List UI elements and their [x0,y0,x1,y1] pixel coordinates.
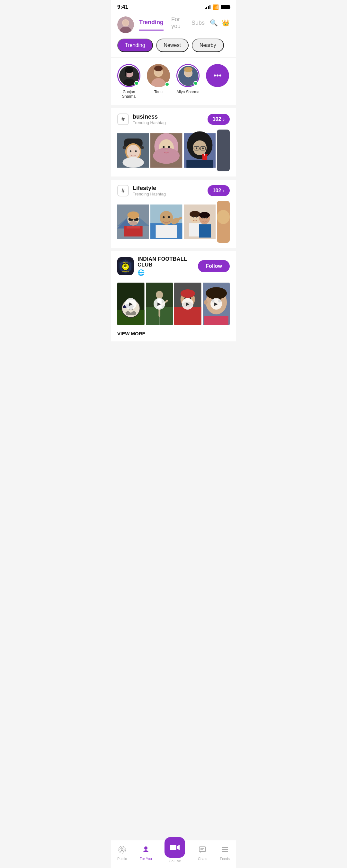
filter-trending[interactable]: Trending [117,38,153,52]
video-play-icon-4[interactable]: ▶ [211,298,222,310]
business-arrow-icon: › [223,117,225,122]
svg-point-76 [196,216,197,218]
svg-point-78 [205,217,207,219]
lifestyle-person-1-svg [117,201,149,243]
business-person-1-svg [117,129,149,172]
svg-point-97 [156,291,163,299]
story-more-btn[interactable]: ••• [206,64,229,87]
club-section: WINDY RAMPAGE city INDIAN FOOTBALL CLUB … [111,251,236,341]
follow-button[interactable]: Follow [198,260,230,272]
svg-point-47 [202,147,204,149]
club-info: WINDY RAMPAGE city INDIAN FOOTBALL CLUB … [117,256,198,276]
story-item[interactable]: Gunjan Sharma [117,64,140,99]
lifestyle-subtitle: Trending Hashtag [133,192,166,196]
crown-icon[interactable]: 👑 [222,19,230,27]
svg-rect-70 [189,223,200,236]
video-thumb-2[interactable]: ▶ [146,281,173,326]
svg-point-71 [190,211,200,217]
lifestyle-image-grid [117,201,230,243]
lifestyle-count: 102 [213,188,221,193]
video-thumb-1[interactable]: ▶ [117,281,145,326]
business-person-2-svg [150,129,182,172]
svg-point-19 [184,67,192,72]
club-logo-svg: WINDY RAMPAGE city [117,257,134,275]
wifi-icon: 📶 [212,4,219,10]
svg-point-27 [130,151,131,152]
business-image-grid [117,129,230,172]
lifestyle-img-3[interactable] [184,201,216,243]
story-avatar-3[interactable] [177,64,199,87]
story-item-3[interactable]: Aliya Sharma [177,64,199,94]
svg-point-75 [192,216,194,218]
stories-section: Gunjan Sharma Tanu [111,58,236,105]
video-thumb-3[interactable]: ▶ [174,281,201,326]
hashtag-section-business: # business Trending Hashtag 102 › [111,108,236,177]
filter-section: Trending Newest Nearby [111,33,236,58]
story-avatar-1[interactable] [117,64,140,87]
story-name-2: Tanu [154,90,163,94]
filter-nearby[interactable]: Nearby [192,38,224,52]
svg-rect-57 [127,226,140,228]
business-img-4[interactable] [217,129,230,172]
business-img-2[interactable] [150,129,182,172]
club-header: WINDY RAMPAGE city INDIAN FOOTBALL CLUB … [117,256,230,276]
lifestyle-arrow-icon: › [223,188,225,193]
search-icon[interactable]: 🔍 [210,19,218,27]
business-section-header: # business Trending Hashtag 102 › [117,114,230,125]
svg-point-115 [204,300,207,305]
club-logo: WINDY RAMPAGE city [117,257,134,275]
status-icons: 📶 [205,4,230,10]
business-img-3[interactable] [184,129,216,172]
story-avatar-2[interactable] [147,64,170,87]
business-subtitle: Trending Hashtag [133,120,166,125]
business-count: 102 [213,116,221,122]
story-online-dot-3 [193,81,198,86]
filter-newest[interactable]: Newest [156,38,189,52]
battery-icon [221,5,230,9]
hashtag-section-lifestyle: # Lifestyle Trending Hashtag 102 › [111,180,236,248]
play-icon-1: ▶ [129,301,133,306]
story-online-dot-1 [134,81,139,86]
lifestyle-section-header: # Lifestyle Trending Hashtag 102 › [117,185,230,196]
story-more[interactable]: ••• [206,64,229,87]
business-img-1[interactable] [117,129,149,172]
bottom-spacer [111,345,236,370]
svg-rect-45 [186,160,213,168]
svg-point-80 [217,210,230,224]
video-play-icon-1[interactable]: ▶ [125,298,136,310]
video-thumb-4[interactable]: ▶ [203,281,230,326]
hashtag-icon-lifestyle: # [117,185,129,196]
video-play-icon-3[interactable]: ▶ [182,298,193,310]
lifestyle-img-1[interactable] [117,201,149,243]
svg-point-77 [202,217,203,219]
lifestyle-text-group: Lifestyle Trending Hashtag [133,185,166,196]
lifestyle-img-2[interactable] [150,201,182,243]
lifestyle-count-badge[interactable]: 102 › [208,185,230,196]
story-item-2[interactable]: Tanu [147,64,170,94]
business-count-badge[interactable]: 102 › [208,114,230,125]
svg-point-58 [127,212,139,219]
lifestyle-img-4[interactable] [217,201,230,243]
svg-point-59 [129,221,137,225]
user-avatar[interactable] [117,17,134,33]
tab-subs[interactable]: Subs [191,20,205,30]
header-icons: 🔍 👑 [210,19,230,31]
story-online-dot-2 [165,82,169,87]
club-globe: 🌐 [137,269,198,276]
video-play-icon-2[interactable]: ▶ [154,298,165,310]
tab-trending[interactable]: Trending [139,19,163,31]
svg-point-65 [163,216,165,219]
svg-rect-63 [156,225,177,238]
svg-point-14 [154,66,163,71]
svg-rect-116 [204,316,228,325]
header: Trending For you Subs 🔍 👑 [111,13,236,33]
hashtag-icon-business: # [117,114,129,125]
business-title-group: # business Trending Hashtag [117,114,166,125]
business-text-group: business Trending Hashtag [133,114,166,125]
svg-point-35 [166,150,167,151]
svg-rect-48 [217,129,230,172]
svg-point-25 [127,145,140,159]
svg-text:WINDY: WINDY [123,262,129,264]
view-more[interactable]: VIEW MORE [117,331,230,336]
tab-for-you[interactable]: For you [171,16,184,33]
